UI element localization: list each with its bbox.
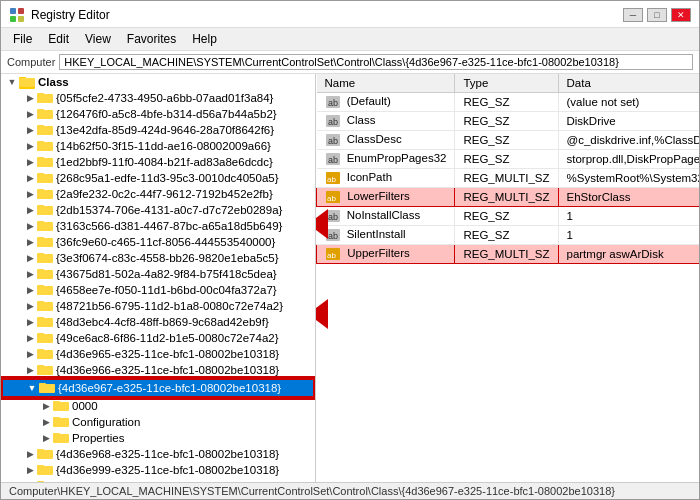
table-row[interactable]: ab Class REG_SZ DiskDrive	[317, 112, 700, 131]
folder-icon	[37, 464, 53, 477]
svg-rect-28	[37, 253, 44, 257]
reg-multi-icon: ab	[325, 171, 341, 185]
svg-text:ab: ab	[327, 194, 336, 203]
tree-label: {4d36e966-e325-11ce-bfc1-08002be10318}	[56, 364, 279, 376]
table-row[interactable]: ab ClassDesc REG_SZ @c_diskdrive.inf,%Cl…	[317, 131, 700, 150]
tree-subitem-props[interactable]: ▶ Properties	[1, 430, 315, 446]
tree-item-17[interactable]: ▶ {4d36e965-e325-11ce-bfc1-08002be10318}	[1, 346, 315, 362]
tree-subitem-0000[interactable]: ▶ 0000	[1, 398, 315, 414]
tree-item-16[interactable]: ▶ {49ce6ac8-6f86-11d2-b1e5-0080c72e74a2}	[1, 330, 315, 346]
svg-rect-54	[37, 465, 44, 469]
menu-edit[interactable]: Edit	[40, 30, 77, 48]
tree-label: {43675d81-502a-4a82-9f84-b75f418c5dea}	[56, 268, 277, 280]
expand-icon[interactable]: ▶	[39, 431, 53, 445]
tree-label: Properties	[72, 432, 124, 444]
expand-icon[interactable]: ▶	[23, 315, 37, 329]
tree-item-10[interactable]: ▶ {36fc9e60-c465-11cf-8056-444553540000}	[1, 234, 315, 250]
tree-item-3[interactable]: ▶ {13e42dfa-85d9-424d-9646-28a70f8642f6}	[1, 122, 315, 138]
col-header-type[interactable]: Type	[455, 74, 558, 93]
expand-icon[interactable]: ▶	[23, 219, 37, 233]
expand-icon[interactable]: ▶	[23, 363, 37, 377]
expand-icon[interactable]: ▶	[23, 123, 37, 137]
menu-help[interactable]: Help	[184, 30, 225, 48]
tree-item-8[interactable]: ▶ {2db15374-706e-4131-a0c7-d7c72eb0289a}	[1, 202, 315, 218]
reg-name: ab ClassDesc	[317, 131, 455, 150]
tree-item-15[interactable]: ▶ {48d3ebc4-4cf8-48ff-b869-9c68ad42eb9f}	[1, 314, 315, 330]
table-row[interactable]: ab EnumPropPages32 REG_SZ storprop.dll,D…	[317, 150, 700, 169]
tree-label: {48721b56-6795-11d2-b1a8-0080c72e74a2}	[56, 300, 283, 312]
expand-icon[interactable]: ▶	[23, 299, 37, 313]
menu-favorites[interactable]: Favorites	[119, 30, 184, 48]
tree-item-7[interactable]: ▶ {2a9fe232-0c2c-44f7-9612-7192b452e2fb}	[1, 186, 315, 202]
tree-subitem-config[interactable]: ▶ Configuration	[1, 414, 315, 430]
reg-name: ab NoInstallClass	[317, 207, 455, 226]
tree-root-class[interactable]: ▼ Class	[1, 74, 315, 90]
expand-icon[interactable]: ▶	[23, 107, 37, 121]
reg-sz-icon: ab	[325, 95, 341, 109]
tree-label-selected: {4d36e967-e325-11ce-bfc1-08002be10318}	[58, 382, 281, 394]
close-button[interactable]: ✕	[671, 8, 691, 22]
tree-item-11[interactable]: ▶ {3e3f0674-c83c-4558-bb26-9820e1eba5c5}	[1, 250, 315, 266]
expand-icon[interactable]: ▶	[23, 331, 37, 345]
svg-text:ab: ab	[327, 175, 336, 184]
expand-icon[interactable]: ▶	[23, 347, 37, 361]
tree-item-14[interactable]: ▶ {48721b56-6795-11d2-b1a8-0080c72e74a2}	[1, 298, 315, 314]
svg-text:ab: ab	[328, 212, 338, 222]
expand-icon[interactable]: ▶	[23, 91, 37, 105]
folder-icon	[37, 448, 53, 461]
expand-icon[interactable]: ▶	[23, 187, 37, 201]
expand-icon[interactable]: ▼	[5, 75, 19, 89]
tree-item-19-selected[interactable]: ▼ {4d36e967-e325-11ce-bfc1-08002be10318}	[1, 378, 315, 398]
registry-table-container[interactable]: Name Type Data ab (Default)	[316, 74, 699, 482]
table-row[interactable]: ab IconPath REG_MULTI_SZ %SystemRoot%\Sy…	[317, 169, 700, 188]
table-row[interactable]: ab NoInstallClass REG_SZ 1	[317, 207, 700, 226]
table-row[interactable]: ab (Default) REG_SZ (value not set)	[317, 93, 700, 112]
tree-item-13[interactable]: ▶ {4658ee7e-f050-11d1-b6bd-00c04fa372a7}	[1, 282, 315, 298]
tree-item-5[interactable]: ▶ {1ed2bbf9-11f0-4084-b21f-ad83a8e6dcdc}	[1, 154, 315, 170]
tree-item-20[interactable]: ▶ {4d36e968-e325-11ce-bfc1-08002be10318}	[1, 446, 315, 462]
folder-icon	[19, 76, 35, 89]
status-text: Computer\HKEY_LOCAL_MACHINE\SYSTEM\Curre…	[9, 485, 615, 497]
expand-icon[interactable]: ▶	[23, 447, 37, 461]
expand-icon[interactable]: ▶	[23, 235, 37, 249]
expand-icon[interactable]: ▶	[23, 267, 37, 281]
expand-icon[interactable]: ▶	[23, 139, 37, 153]
tree-panel[interactable]: ▼ Class ▶ {05f5cfe2-4733-4950-a6bb-07aad…	[1, 74, 316, 482]
col-header-data[interactable]: Data	[558, 74, 699, 93]
menu-view[interactable]: View	[77, 30, 119, 48]
expand-icon[interactable]: ▼	[25, 381, 39, 395]
svg-rect-50	[53, 433, 60, 437]
minimize-button[interactable]: ─	[623, 8, 643, 22]
tree-item-4[interactable]: ▶ {14b62f50-3f15-11dd-ae16-08002009a66}	[1, 138, 315, 154]
tree-label: {4d36e968-e325-11ce-bfc1-08002be10318}	[56, 448, 279, 460]
tree-item-12[interactable]: ▶ {43675d81-502a-4a82-9f84-b75f418c5dea}	[1, 266, 315, 282]
expand-icon[interactable]: ▶	[23, 251, 37, 265]
tree-label: {2a9fe232-0c2c-44f7-9612-7192b452e2fb}	[56, 188, 273, 200]
svg-text:ab: ab	[328, 98, 338, 108]
tree-item-18[interactable]: ▶ {4d36e966-e325-11ce-bfc1-08002be10318}	[1, 362, 315, 378]
tree-item-6[interactable]: ▶ {268c95a1-edfe-11d3-95c3-0010dc4050a5}	[1, 170, 315, 186]
table-row[interactable]: ab SilentInstall REG_SZ 1	[317, 226, 700, 245]
expand-icon[interactable]: ▶	[23, 463, 37, 477]
reg-name: ab Class	[317, 112, 455, 131]
reg-type: REG_MULTI_SZ	[455, 169, 558, 188]
svg-rect-46	[53, 401, 60, 405]
tree-item-2[interactable]: ▶ {126476f0-a5c8-4bfe-b314-d56a7b44a5b2}	[1, 106, 315, 122]
reg-data: partmgr aswArDisk	[558, 245, 699, 264]
table-row-lowerfilters[interactable]: ab LowerFilters REG_MULTI_SZ EhStorClass	[317, 188, 700, 207]
tree-item-1[interactable]: ▶ {05f5cfe2-4733-4950-a6bb-07aad01f3a84}	[1, 90, 315, 106]
svg-text:ab: ab	[328, 155, 338, 165]
expand-icon[interactable]: ▶	[39, 399, 53, 413]
expand-icon[interactable]: ▶	[23, 283, 37, 297]
expand-icon[interactable]: ▶	[23, 155, 37, 169]
table-row-upperfilters[interactable]: ab UpperFilters REG_MULTI_SZ partmgr asw…	[317, 245, 700, 264]
tree-item-9[interactable]: ▶ {3163c566-d381-4467-87bc-a65a18d5b649}	[1, 218, 315, 234]
col-header-name[interactable]: Name	[317, 74, 455, 93]
maximize-button[interactable]: □	[647, 8, 667, 22]
expand-icon[interactable]: ▶	[23, 171, 37, 185]
expand-icon[interactable]: ▶	[39, 415, 53, 429]
expand-icon[interactable]: ▶	[23, 203, 37, 217]
address-path[interactable]: HKEY_LOCAL_MACHINE\SYSTEM\CurrentControl…	[59, 54, 693, 70]
tree-item-21[interactable]: ▶ {4d36e999-e325-11ce-bfc1-08002be10318}	[1, 462, 315, 478]
menu-file[interactable]: File	[5, 30, 40, 48]
